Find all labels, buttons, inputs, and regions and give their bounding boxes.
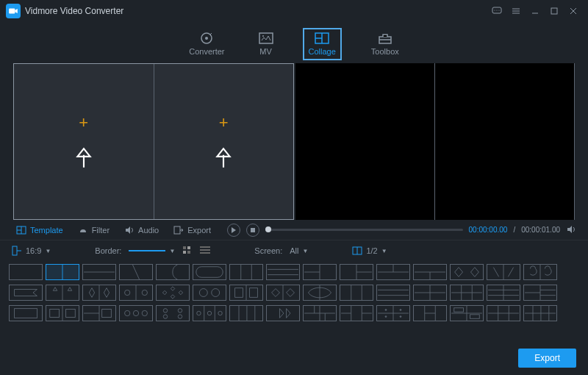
svg-rect-13: [174, 226, 180, 234]
svg-point-30: [125, 310, 130, 315]
screen-select[interactable]: All▼: [290, 246, 308, 255]
layout-option[interactable]: [487, 305, 520, 321]
layout-option[interactable]: [229, 285, 263, 301]
layout-option[interactable]: [193, 305, 226, 321]
svg-point-24: [199, 289, 207, 297]
layout-option[interactable]: [193, 285, 226, 301]
svg-rect-16: [183, 246, 186, 249]
slot-1[interactable]: +: [14, 64, 154, 219]
layout-option[interactable]: [9, 264, 43, 280]
subtab-filter[interactable]: Filter: [74, 224, 114, 237]
app-title: Vidmore Video Converter: [25, 6, 487, 16]
layout-option[interactable]: [413, 305, 447, 321]
svg-point-32: [142, 310, 147, 315]
collage-icon: [315, 32, 329, 44]
feedback-icon[interactable]: [488, 2, 506, 20]
svg-point-37: [197, 311, 201, 315]
layout-option[interactable]: [376, 285, 410, 301]
svg-rect-8: [259, 33, 273, 43]
svg-point-41: [400, 310, 401, 311]
layout-option[interactable]: [450, 285, 484, 301]
layout-option[interactable]: [450, 305, 484, 321]
svg-rect-14: [251, 228, 255, 232]
tab-collage[interactable]: Collage: [303, 28, 342, 60]
layout-option[interactable]: [303, 264, 337, 280]
svg-point-2: [494, 10, 495, 10]
layout-option[interactable]: [193, 264, 226, 280]
layout-option[interactable]: [46, 305, 79, 321]
layout-option[interactable]: [82, 264, 116, 280]
template-icon: [16, 226, 26, 235]
layout-option[interactable]: [413, 264, 447, 280]
workspace: + +: [0, 63, 588, 220]
chevron-down-icon: ▼: [45, 248, 51, 254]
close-icon[interactable]: [564, 2, 582, 20]
layout-option[interactable]: [46, 264, 79, 280]
layout-option[interactable]: [523, 285, 557, 301]
layout-option[interactable]: [450, 264, 484, 280]
subtabs: Template Filter Audio Export 00:00:00.00…: [0, 220, 588, 240]
menu-icon[interactable]: [507, 2, 525, 20]
layout-option[interactable]: [266, 305, 300, 321]
layout-option[interactable]: [303, 305, 337, 321]
layout-option[interactable]: [523, 305, 557, 321]
layout-option[interactable]: [9, 285, 43, 301]
layout-option[interactable]: [82, 285, 116, 301]
stop-button[interactable]: [246, 224, 259, 237]
screen-value: All: [290, 246, 298, 255]
pager-label: 1/2: [366, 246, 377, 255]
subtab-audio[interactable]: Audio: [120, 224, 163, 237]
svg-point-34: [178, 309, 182, 312]
svg-rect-21: [196, 267, 223, 278]
svg-point-36: [178, 315, 182, 318]
border-color-select[interactable]: [182, 246, 193, 256]
svg-rect-15: [12, 246, 17, 255]
layout-option[interactable]: [46, 285, 79, 301]
border-pattern-select[interactable]: [200, 246, 210, 256]
layout-option[interactable]: [119, 305, 153, 321]
subtab-filter-label: Filter: [92, 226, 110, 235]
layout-option[interactable]: [229, 264, 263, 280]
layout-option[interactable]: [229, 305, 263, 321]
subtab-export[interactable]: Export: [169, 224, 215, 237]
minimize-icon[interactable]: [526, 2, 544, 20]
layout-option[interactable]: [376, 305, 410, 321]
export-button[interactable]: Export: [518, 349, 576, 368]
layout-option[interactable]: [413, 285, 447, 301]
svg-rect-28: [66, 310, 76, 318]
layout-option[interactable]: [376, 264, 410, 280]
layout-option[interactable]: [340, 264, 373, 280]
timeline-handle[interactable]: [265, 226, 271, 232]
pager-select[interactable]: 1/2 ▼: [352, 246, 387, 255]
border-style-select[interactable]: ▼: [129, 248, 175, 254]
layout-option[interactable]: [9, 305, 43, 321]
layout-option[interactable]: [487, 264, 520, 280]
volume-icon[interactable]: [566, 225, 576, 235]
timeline[interactable]: [265, 229, 463, 231]
layout-option[interactable]: [487, 285, 520, 301]
layout-option[interactable]: [156, 264, 190, 280]
tab-converter[interactable]: Converter: [184, 29, 229, 59]
tab-mv[interactable]: MV: [254, 29, 278, 59]
layout-option[interactable]: [266, 285, 300, 301]
layout-option[interactable]: [119, 264, 153, 280]
time-total: 00:00:01.00: [521, 226, 560, 234]
maximize-icon[interactable]: [545, 2, 563, 20]
layout-option[interactable]: [523, 264, 557, 280]
footer: Export: [518, 349, 576, 368]
layout-option[interactable]: [156, 285, 190, 301]
layout-option[interactable]: [119, 285, 153, 301]
layout-option[interactable]: [303, 285, 337, 301]
layout-option[interactable]: [340, 285, 373, 301]
subtab-export-label: Export: [187, 226, 211, 235]
subtab-template[interactable]: Template: [12, 224, 68, 237]
play-button[interactable]: [227, 224, 240, 237]
border-label: Border:: [95, 246, 121, 255]
tab-toolbox[interactable]: Toolbox: [367, 29, 404, 59]
layout-option[interactable]: [340, 305, 373, 321]
slot-2[interactable]: +: [154, 64, 294, 219]
layout-option[interactable]: [266, 264, 300, 280]
layout-option[interactable]: [82, 305, 116, 321]
ratio-select[interactable]: 16:9 ▼: [12, 246, 51, 256]
layout-option[interactable]: [156, 305, 190, 321]
